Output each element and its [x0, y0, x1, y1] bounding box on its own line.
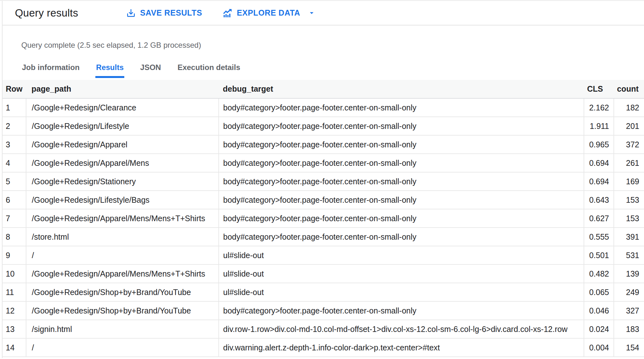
table-row: 7/Google+Redesign/Apparel/Mens/Mens+T+Sh… — [3, 209, 644, 228]
cell-count: 139 — [614, 264, 644, 283]
cell-count: 153 — [614, 191, 644, 209]
cell-cls: 0.965 — [584, 135, 614, 154]
cell-cls: 0.643 — [584, 191, 614, 209]
cell-row: 1 — [3, 98, 26, 117]
cell-count: 372 — [614, 135, 644, 154]
table-row: 14/div.warning.alert.z-depth-1.info-colo… — [3, 338, 644, 357]
cell-page-path: /Google+Redesign/Clearance — [26, 98, 219, 117]
table-header-row: Rowpage_pathdebug_targetCLScount — [3, 80, 644, 98]
cell-row: 2 — [3, 117, 26, 135]
cell-cls: 0.627 — [584, 209, 614, 228]
cell-cls: 0.555 — [584, 228, 614, 246]
table-row: 8/store.htmlbody#category>footer.page-fo… — [3, 228, 644, 246]
table-row: 11/Google+Redesign/Shop+by+Brand/YouTube… — [3, 283, 644, 301]
cell-count: 169 — [614, 172, 644, 191]
cell-count: 261 — [614, 154, 644, 172]
cell-count: 183 — [614, 320, 644, 338]
cell-debug-target: div.row-1.row>div.col-md-10.col-md-offse… — [219, 320, 584, 338]
cell-cls: 1.911 — [584, 117, 614, 135]
cell-count: 182 — [614, 98, 644, 117]
explore-data-button[interactable]: EXPLORE DATA — [223, 8, 316, 18]
table-row: 4/Google+Redesign/Apparel/Mensbody#categ… — [3, 154, 644, 172]
cell-page-path: / — [26, 246, 219, 264]
save-results-button[interactable]: SAVE RESULTS — [126, 8, 202, 18]
results-table: Rowpage_pathdebug_targetCLScount 1/Googl… — [3, 80, 644, 357]
cell-page-path: /Google+Redesign/Apparel/Mens/Mens+T+Shi… — [26, 264, 219, 283]
query-results-header: Query results SAVE RESULTS — [3, 1, 644, 25]
cell-debug-target: body#category>footer.page-footer.center-… — [219, 172, 584, 191]
cell-page-path: /store.html — [26, 228, 219, 246]
tab-execution-details[interactable]: Execution details — [177, 63, 241, 78]
cell-cls: 0.501 — [584, 246, 614, 264]
explore-data-label: EXPLORE DATA — [237, 8, 300, 18]
cell-row: 8 — [3, 228, 26, 246]
cell-debug-target: div.warning.alert.z-depth-1.info-color-d… — [219, 338, 584, 357]
cell-count: 154 — [614, 338, 644, 357]
cell-count: 153 — [614, 209, 644, 228]
cell-row: 7 — [3, 209, 26, 228]
tab-results[interactable]: Results — [95, 63, 124, 78]
cell-count: 249 — [614, 283, 644, 301]
cell-cls: 0.024 — [584, 320, 614, 338]
cell-row: 11 — [3, 283, 26, 301]
cell-row: 10 — [3, 264, 26, 283]
cell-row: 3 — [3, 135, 26, 154]
cell-debug-target: body#category>footer.page-footer.center-… — [219, 228, 584, 246]
cell-cls: 0.004 — [584, 338, 614, 357]
column-header-cls: CLS — [584, 80, 614, 98]
cell-debug-target: body#category>footer.page-footer.center-… — [219, 191, 584, 209]
cell-page-path: / — [26, 338, 219, 357]
table-row: 12/Google+Redesign/Shop+by+Brand/YouTube… — [3, 301, 644, 320]
cell-page-path: /Google+Redesign/Apparel/Mens/Mens+T+Shi… — [26, 209, 219, 228]
cell-debug-target: body#category>footer.page-footer.center-… — [219, 209, 584, 228]
chart-trend-icon — [223, 8, 233, 18]
cell-page-path: /Google+Redesign/Shop+by+Brand/YouTube — [26, 283, 219, 301]
column-header-page-path: page_path — [26, 80, 219, 98]
cell-cls: 0.482 — [584, 264, 614, 283]
cell-cls: 0.694 — [584, 172, 614, 191]
cell-cls: 0.046 — [584, 301, 614, 320]
cell-row: 6 — [3, 191, 26, 209]
save-results-label: SAVE RESULTS — [140, 8, 202, 18]
table-row: 6/Google+Redesign/Lifestyle/Bagsbody#cat… — [3, 191, 644, 209]
tab-json[interactable]: JSON — [140, 63, 161, 78]
cell-debug-target: body#category>footer.page-footer.center-… — [219, 98, 584, 117]
cell-row: 12 — [3, 301, 26, 320]
cell-debug-target: ul#slide-out — [219, 264, 584, 283]
query-results-panel: Query results SAVE RESULTS — [2, 1, 644, 358]
cell-cls: 0.694 — [584, 154, 614, 172]
table-row: 13/signin.htmldiv.row-1.row>div.col-md-1… — [3, 320, 644, 338]
cell-page-path: /Google+Redesign/Apparel — [26, 135, 219, 154]
cell-page-path: /Google+Redesign/Stationery — [26, 172, 219, 191]
cell-debug-target: ul#slide-out — [219, 246, 584, 264]
column-header-debug-target: debug_target — [219, 80, 584, 98]
download-icon — [126, 8, 136, 18]
cell-count: 201 — [614, 117, 644, 135]
tab-job-information[interactable]: Job information — [21, 63, 80, 78]
cell-row: 13 — [3, 320, 26, 338]
cell-row: 5 — [3, 172, 26, 191]
cell-page-path: /Google+Redesign/Lifestyle/Bags — [26, 191, 219, 209]
cell-count: 327 — [614, 301, 644, 320]
cell-row: 9 — [3, 246, 26, 264]
table-body: 1/Google+Redesign/Clearancebody#category… — [3, 98, 644, 357]
status-section: Query complete (2.5 sec elapsed, 1.2 GB … — [3, 25, 644, 80]
cell-page-path: /Google+Redesign/Shop+by+Brand/YouTube — [26, 301, 219, 320]
table-row: 10/Google+Redesign/Apparel/Mens/Mens+T+S… — [3, 264, 644, 283]
table-row: 3/Google+Redesign/Apparelbody#category>f… — [3, 135, 644, 154]
column-header-count: count — [614, 80, 644, 98]
cell-cls: 0.065 — [584, 283, 614, 301]
table-row: 1/Google+Redesign/Clearancebody#category… — [3, 98, 644, 117]
cell-page-path: /Google+Redesign/Apparel/Mens — [26, 154, 219, 172]
cell-debug-target: body#category>footer.page-footer.center-… — [219, 135, 584, 154]
arrow-drop-down-icon — [307, 9, 316, 17]
query-status: Query complete (2.5 sec elapsed, 1.2 GB … — [21, 41, 644, 50]
cell-debug-target: body#category>footer.page-footer.center-… — [219, 301, 584, 320]
cell-debug-target: body#category>footer.page-footer.center-… — [219, 117, 584, 135]
cell-debug-target: body#category>footer.page-footer.center-… — [219, 154, 584, 172]
cell-count: 531 — [614, 246, 644, 264]
cell-row: 4 — [3, 154, 26, 172]
cell-count: 391 — [614, 228, 644, 246]
tab-bar: Job informationResultsJSONExecution deta… — [21, 63, 644, 78]
cell-cls: 2.162 — [584, 98, 614, 117]
